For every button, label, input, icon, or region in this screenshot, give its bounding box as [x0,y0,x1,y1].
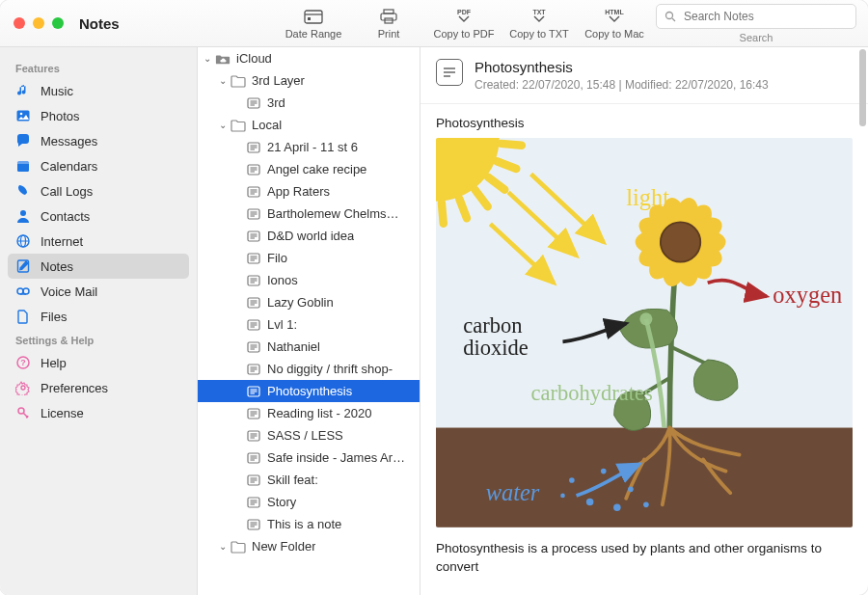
zoom-window-button[interactable] [52,17,64,29]
person-icon [15,208,31,224]
svg-text:carbohydrates: carbohydrates [531,381,653,405]
tree-row-label: Filo [267,251,287,265]
license-icon [15,405,31,420]
close-window-button[interactable] [14,17,25,29]
copy-to-mac-button[interactable]: HTML Copy to Mac [581,8,648,40]
svg-point-137 [643,502,649,508]
note-icon [246,251,261,266]
copy-to-pdf-button[interactable]: PDF Copy to PDF [430,8,498,40]
tree-note-row[interactable]: No diggity / thrift shop- [198,358,420,380]
sidebar-item-internet[interactable]: Internet [8,229,189,254]
tree-row-label: 3rd Layer [252,73,305,88]
tree-note-row[interactable]: Lvl 1: [198,313,420,336]
note-icon [246,295,261,311]
tree-note-row[interactable]: SASS / LESS [198,424,420,446]
print-button[interactable]: Print [355,8,422,40]
photosynthesis-diagram: lightoxygencarbondioxidecarbohydrateswat… [436,138,853,527]
sidebar-item-contacts[interactable]: Contacts [8,203,189,229]
globe-icon [15,233,31,249]
sidebar-item-label: Music [41,84,73,98]
tree-row-label: Nathaniel [267,339,320,354]
tree-note-row[interactable]: Lazy Goblin [198,291,420,313]
tree-note-row[interactable]: D&D world idea [198,225,420,247]
note-icon [246,384,261,399]
tree-note-row[interactable]: Skill feat: [198,469,420,491]
tree-note-row[interactable]: Safe inside - James Ar… [198,446,420,469]
svg-point-18 [23,288,29,294]
sidebar-item-notes[interactable]: Notes [8,254,189,279]
copy-pdf-label: Copy to PDF [434,28,495,40]
tree-note-row[interactable]: Story [198,491,420,513]
chat-icon [15,133,31,149]
disclosure-triangle-icon[interactable]: ⌄ [217,75,229,86]
search-field-wrapper[interactable] [656,4,856,29]
tree-note-row[interactable]: Photosynthesis [198,380,420,402]
svg-point-135 [613,503,621,511]
sidebar-item-photos[interactable]: Photos [8,103,189,128]
note-icon [246,317,261,333]
svg-point-138 [560,494,565,499]
sidebar-item-label: Call Logs [41,184,93,199]
tree-note-row[interactable]: 21 April - 11 st 6 [198,136,420,158]
svg-rect-11 [17,161,29,164]
tree-note-row[interactable]: Filo [198,247,420,269]
tree-note-row[interactable]: Reading list - 2020 [198,402,420,424]
note-icon [246,162,261,177]
disclosure-triangle-icon[interactable]: ⌄ [217,120,229,130]
tree-row-label: New Folder [252,539,315,554]
sidebar-item-label: Internet [41,234,83,249]
tree-note-row[interactable]: App Raters [198,180,420,203]
minimize-window-button[interactable] [33,17,44,29]
svg-rect-104 [436,428,853,527]
svg-point-134 [569,477,575,483]
tree-note-row[interactable]: Angel cake recipe [198,158,420,180]
sidebar-item-license[interactable]: License [8,400,189,425]
notes-tree: ⌄iCloud⌄3rd Layer3rd⌄Local21 April - 11 … [198,47,420,595]
sidebar-item-messages[interactable]: Messages [8,128,189,153]
copy-txt-label: Copy to TXT [509,28,569,40]
note-meta: Created: 22/07/2020, 15:48 | Modified: 2… [475,78,769,92]
search-input[interactable] [682,9,848,24]
print-label: Print [378,28,400,40]
tree-folder-row[interactable]: ⌄Local [198,114,420,136]
svg-rect-4 [381,14,396,20]
scrollbar-thumb[interactable] [859,49,866,126]
tree-note-row[interactable]: This is a note [198,513,420,535]
sidebar-item-preferences[interactable]: Preferences [8,375,189,400]
note-subtitle: Photosynthesis [436,116,853,130]
tree-note-row[interactable]: Nathaniel [198,336,420,358]
date-range-button[interactable]: Date Range [280,8,347,40]
sidebar-item-voicemail[interactable]: Voice Mail [8,279,189,304]
tree-folder-row[interactable]: ⌄iCloud [198,47,420,69]
copy-to-txt-button[interactable]: TXT Copy to TXT [505,8,573,40]
tree-folder-row[interactable]: ⌄New Folder [198,535,420,557]
sidebar-item-label: Photos [41,109,79,123]
tree-row-label: 3rd [267,95,285,110]
note-header: Photosynthesis Created: 22/07/2020, 15:4… [420,47,868,104]
svg-rect-2 [308,17,311,20]
tree-note-row[interactable]: 3rd [198,92,420,114]
search-icon [665,11,676,22]
phone-icon [15,183,31,199]
note-paragraph: Photosynthesis is a process used by plan… [436,539,853,577]
tree-note-row[interactable]: Ionos [198,269,420,291]
sidebar-item-calllogs[interactable]: Call Logs [8,178,189,203]
pdf-icon: PDF [457,8,471,25]
sidebar-item-files[interactable]: Files [8,304,189,329]
sidebar-item-help[interactable]: ?Help [8,350,189,375]
sidebar-item-calendars[interactable]: Calendars [8,153,189,178]
voicemail-icon [15,284,31,299]
tree-folder-row[interactable]: ⌄3rd Layer [198,69,420,92]
tree-row-label: SASS / LESS [267,428,343,443]
disclosure-triangle-icon[interactable]: ⌄ [217,541,229,552]
note-icon [246,450,261,466]
sidebar-item-music[interactable]: Music [8,78,189,103]
svg-point-22 [21,386,25,390]
tree-row-label: Bartholemew Chelms… [267,206,399,221]
disclosure-triangle-icon[interactable]: ⌄ [202,53,213,64]
note-icon [246,517,261,532]
note-title: Photosynthesis [475,59,769,75]
sidebar-item-label: Preferences [41,381,108,395]
note-icon [15,258,31,274]
tree-note-row[interactable]: Bartholemew Chelms… [198,203,420,225]
